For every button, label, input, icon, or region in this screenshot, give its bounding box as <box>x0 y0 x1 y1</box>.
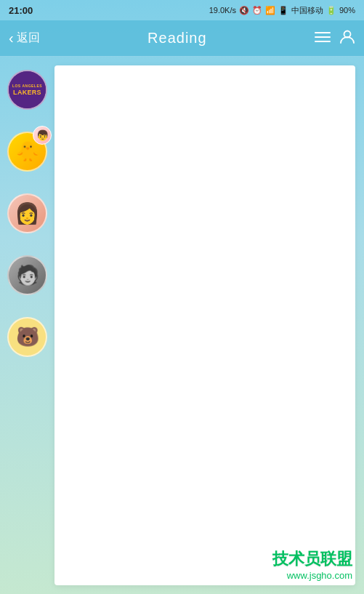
back-button[interactable]: ‹ 返回 <box>9 30 40 47</box>
carrier-name: 中国移动 <box>291 5 323 16</box>
bear-icon: 🐻 <box>16 326 39 348</box>
avatar-anime-boy: 👦 <box>33 126 52 145</box>
girl-photo-icon: 👩 <box>15 201 40 225</box>
battery-icon: 🔋 <box>326 6 336 15</box>
nav-bar: ‹ 返回 Reading <box>0 20 364 57</box>
user-icon[interactable] <box>339 28 355 49</box>
menu-icon[interactable] <box>315 32 331 45</box>
status-bar: 21:00 19.0K/s 🔇 ⏰ 📶 📱 中国移动 🔋 90% <box>0 0 364 20</box>
avatar-girl[interactable]: 👩 <box>7 193 47 233</box>
emoji-chick-icon: 🐥 <box>16 140 39 163</box>
back-label: 返回 <box>17 31 40 46</box>
nav-actions <box>315 28 355 49</box>
battery-percent: 90% <box>339 6 355 15</box>
reading-content-panel <box>54 65 355 585</box>
avatar-sidebar: LOS ANGELES LAKERS 🐥 👦 👩 🧑 🐻 <box>0 57 54 594</box>
alarm-icon: ⏰ <box>252 6 262 15</box>
avatar-bear[interactable]: 🐻 <box>7 317 47 357</box>
lakers-main-text: LAKERS <box>13 89 41 96</box>
signal-icon: 📱 <box>278 6 288 15</box>
avatar-bw[interactable]: 🧑 <box>7 255 47 295</box>
avatar-emoji[interactable]: 🐥 👦 <box>7 132 47 172</box>
chevron-left-icon: ‹ <box>9 30 14 47</box>
network-speed: 19.0K/s <box>209 6 236 15</box>
lakers-top-text: LOS ANGELES <box>12 84 42 88</box>
main-area: LOS ANGELES LAKERS 🐥 👦 👩 🧑 🐻 技术员联盟 www.j… <box>0 57 364 594</box>
status-time: 21:00 <box>9 5 33 16</box>
mute-icon: 🔇 <box>239 6 249 15</box>
status-right: 19.0K/s 🔇 ⏰ 📶 📱 中国移动 🔋 90% <box>209 5 355 16</box>
bw-photo-icon: 🧑 <box>16 264 39 286</box>
avatar-lakers[interactable]: LOS ANGELES LAKERS <box>7 70 47 110</box>
page-title: Reading <box>147 30 207 47</box>
wifi-icon: 📶 <box>265 6 275 15</box>
